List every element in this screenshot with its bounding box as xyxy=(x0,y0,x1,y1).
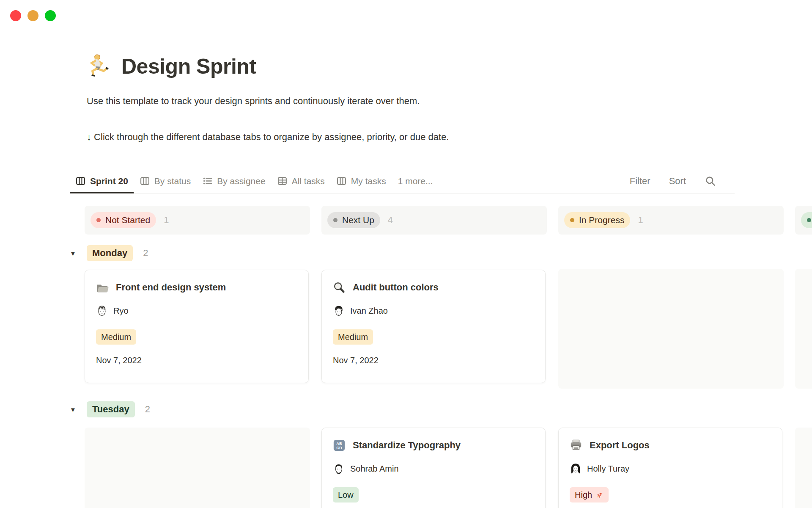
board-icon xyxy=(337,176,346,186)
page-title: Design Sprint xyxy=(121,54,256,79)
card-title: Front end design system xyxy=(116,282,226,293)
task-card-export-logos[interactable]: Export Logos Holly Turay High xyxy=(558,428,782,508)
maximize-window-button[interactable] xyxy=(45,10,56,21)
status-pill-in-progress[interactable]: In Progress xyxy=(564,212,630,228)
tab-label: By status xyxy=(154,176,191,186)
search-icon xyxy=(705,175,716,187)
rocket-icon xyxy=(595,491,604,499)
status-dot xyxy=(96,218,101,222)
tab-label: All tasks xyxy=(292,176,325,186)
column-header-in-progress: In Progress 1 xyxy=(558,206,784,235)
tab-label: By assignee xyxy=(217,176,265,186)
avatar-ryo xyxy=(96,305,108,317)
svg-text:CD: CD xyxy=(336,446,342,450)
assignee-name: Ivan Zhao xyxy=(350,306,388,316)
due-date: Nov 7, 2022 xyxy=(333,356,534,365)
page-header: Design Sprint xyxy=(87,53,256,80)
view-toolbar: Filter Sort xyxy=(630,175,735,187)
svg-text:AB: AB xyxy=(336,442,342,446)
empty-column-area xyxy=(85,428,310,508)
column-header-not-started: Not Started 1 xyxy=(85,206,310,235)
board-icon xyxy=(76,176,85,186)
assignee-name: Ryo xyxy=(113,306,129,316)
tab-label: Sprint 20 xyxy=(90,176,128,186)
column-count: 1 xyxy=(164,215,169,226)
group-header-monday: ▼ Monday 2 xyxy=(70,245,148,261)
priority-tag: Medium xyxy=(333,329,373,345)
status-pill-next-up[interactable]: Next Up xyxy=(327,212,380,228)
group-count: 2 xyxy=(143,248,148,259)
runner-emoji-icon xyxy=(87,53,111,80)
tab-by-status[interactable]: By status xyxy=(134,169,197,193)
column-count: 4 xyxy=(388,215,393,226)
board-icon xyxy=(140,176,150,186)
card-title: Export Logos xyxy=(590,440,650,451)
avatar-holly-turay xyxy=(570,463,582,475)
status-pill-partial[interactable] xyxy=(801,212,812,228)
column-header-partial xyxy=(795,206,812,235)
task-card-standardize-typography[interactable]: AB CD Standardize Typography Sohrab Amin… xyxy=(321,428,546,508)
folder-icon xyxy=(96,281,109,294)
group-pill-monday[interactable]: Monday xyxy=(87,245,133,261)
assignee-name: Sohrab Amin xyxy=(350,464,399,474)
tab-label: 1 more... xyxy=(398,176,433,186)
empty-column-area xyxy=(558,269,784,389)
magnifier-icon xyxy=(333,281,346,294)
tab-all-tasks[interactable]: All tasks xyxy=(272,169,331,193)
card-title: Audit button colors xyxy=(353,282,439,293)
tab-sprint-20[interactable]: Sprint 20 xyxy=(70,169,134,193)
avatar-ivan-zhao xyxy=(333,305,345,317)
status-label: Next Up xyxy=(342,215,374,225)
priority-tag: Medium xyxy=(96,329,136,345)
tab-more-views[interactable]: 1 more... xyxy=(392,169,439,193)
printer-icon xyxy=(570,439,582,452)
status-label: Not Started xyxy=(105,215,150,225)
page-description: Use this template to track your design s… xyxy=(87,95,420,108)
tab-my-tasks[interactable]: My tasks xyxy=(331,169,392,193)
avatar-sohrab-amin xyxy=(333,463,345,475)
task-card-audit-button-colors[interactable]: Audit button colors Ivan Zhao Medium Nov… xyxy=(321,270,546,383)
empty-column-area xyxy=(795,269,812,389)
card-title: Standardize Typography xyxy=(353,440,461,451)
database-tab-bar: Sprint 20 By status By assignee All task… xyxy=(70,169,735,193)
close-window-button[interactable] xyxy=(10,10,21,21)
task-card-front-end-design-system[interactable]: Front end design system Ryo Medium Nov 7… xyxy=(85,270,309,383)
filter-button[interactable]: Filter xyxy=(630,176,650,187)
collapse-toggle-icon[interactable]: ▼ xyxy=(70,406,87,413)
sort-button[interactable]: Sort xyxy=(669,176,686,187)
status-pill-not-started[interactable]: Not Started xyxy=(91,212,156,228)
priority-tag: Low xyxy=(333,487,359,502)
assignee-name: Holly Turay xyxy=(587,464,629,474)
search-button[interactable] xyxy=(705,175,716,187)
column-count: 1 xyxy=(638,215,643,226)
group-header-tuesday: ▼ Tuesday 2 xyxy=(70,401,150,417)
status-dot xyxy=(570,218,574,222)
abcd-icon: AB CD xyxy=(333,439,346,452)
status-dot xyxy=(807,218,811,222)
collapse-toggle-icon[interactable]: ▼ xyxy=(70,250,87,257)
table-icon xyxy=(277,176,287,186)
status-label: In Progress xyxy=(579,215,624,225)
due-date: Nov 7, 2022 xyxy=(96,356,297,365)
group-pill-tuesday[interactable]: Tuesday xyxy=(87,401,135,417)
page-hint: ↓ Click through the different database t… xyxy=(87,131,449,144)
priority-tag: High xyxy=(570,487,609,502)
priority-label: High xyxy=(575,490,592,500)
kanban-board: Not Started 1 Next Up 4 In Progress 1 ▼ … xyxy=(70,206,812,508)
minimize-window-button[interactable] xyxy=(27,10,38,21)
tab-by-assignee[interactable]: By assignee xyxy=(197,169,271,193)
window-controls xyxy=(10,10,56,21)
group-count: 2 xyxy=(145,404,150,415)
empty-column-area xyxy=(795,428,812,508)
status-dot xyxy=(333,218,337,222)
tab-label: My tasks xyxy=(351,176,386,186)
list-icon xyxy=(203,176,212,186)
column-header-next-up: Next Up 4 xyxy=(321,206,547,235)
